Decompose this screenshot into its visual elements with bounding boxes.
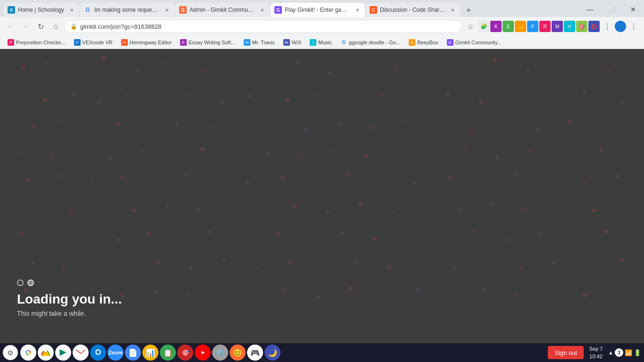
svg-line-0 xyxy=(0,49,2,51)
extension-icon-3[interactable]: E xyxy=(503,21,514,32)
bookmark-mrtravis[interactable]: M Mr. Travis xyxy=(240,37,279,48)
close-button[interactable]: ✕ xyxy=(622,2,644,17)
taskbar-right: Sign out Sep 7 10:42 ▲ 3 📶 🔋 xyxy=(548,345,641,361)
restore-button[interactable]: ⬜ xyxy=(601,2,622,17)
bookmark-preposition[interactable]: P Preposition Checke... xyxy=(4,37,69,48)
bm-label-google-doodle: ggoogle doodle - Go... xyxy=(349,40,400,45)
taskbar-red-app[interactable]: 🎯 xyxy=(177,345,193,361)
taskbar-chrome[interactable] xyxy=(20,345,36,361)
tab-admin-gimkit[interactable]: G Admin - Gimkit Community Cen ✕ xyxy=(175,3,270,17)
home-button[interactable]: ⌂ xyxy=(49,20,62,33)
taskbar-status-icons: ▲ 3 📶 🔋 xyxy=(608,348,641,357)
bookmark-music[interactable]: ♫ Music xyxy=(306,37,336,48)
bookmark-google-doodle[interactable]: G ggoogle doodle - Go... xyxy=(337,37,404,48)
tab-close-admin[interactable]: ✕ xyxy=(258,6,266,14)
taskbar-zoom[interactable]: Zoom xyxy=(107,345,124,361)
tab-favicon-admin: G xyxy=(179,6,187,14)
taskbar-time: 10:42 xyxy=(586,353,605,361)
svg-marker-4 xyxy=(0,49,2,51)
back-button[interactable]: ← xyxy=(4,20,17,33)
tab-making[interactable]: G Im making some request for pec ✕ xyxy=(80,3,174,17)
bookmark-wix[interactable]: W WIX xyxy=(280,37,305,48)
taskbar-character[interactable]: 😊 xyxy=(230,345,246,361)
extension-icon-9[interactable]: 🎯 xyxy=(576,21,587,32)
bm-favicon-hemingway: H xyxy=(121,39,128,46)
extension-icon-2[interactable]: K xyxy=(490,21,502,32)
menu-button[interactable]: ⋮ xyxy=(627,20,640,33)
taskbar-docs[interactable]: 📄 xyxy=(125,345,141,361)
taskbar-gimkit[interactable]: 🎮 xyxy=(247,345,263,361)
forward-button[interactable]: → xyxy=(19,20,32,33)
notification-count: 3 xyxy=(618,350,620,355)
toolbar: ← → ↻ ⌂ 🔒 gimkit.com/join?gc=91638828 ☆ … xyxy=(0,17,644,36)
extension-icon-1[interactable]: 🧩 xyxy=(478,21,489,32)
svg-marker-3 xyxy=(0,49,2,51)
tab-play-gimkit[interactable]: G Play Gimkit! - Enter game code... ✕ xyxy=(271,3,365,17)
bm-label-hemingway: Hemingway Editor xyxy=(130,40,172,45)
taskbar-play[interactable] xyxy=(55,345,71,361)
extension-icon-6[interactable]: R xyxy=(539,21,551,32)
bm-favicon-google-doodle: G xyxy=(340,39,347,46)
bm-favicon-preposition: P xyxy=(8,39,14,46)
tab-close-schoology[interactable]: ✕ xyxy=(68,6,75,14)
taskbar-drive[interactable] xyxy=(38,345,54,361)
tab-favicon-schoology: S xyxy=(8,6,15,14)
network-up-icon: ▲ xyxy=(608,350,613,355)
bookmark-hemingway[interactable]: H Hemingway Editor xyxy=(117,37,175,48)
account-avatar[interactable]: 👤 xyxy=(615,21,626,32)
window-controls: — ⬜ ✕ xyxy=(579,2,644,17)
tab-favicon-making: G xyxy=(84,6,91,14)
bookmarks-bar: P Preposition Checke... V VEXcode VR H H… xyxy=(0,36,644,49)
taskbar-settings[interactable]: ⚙️ xyxy=(212,345,228,361)
tab-close-making[interactable]: ✕ xyxy=(163,6,171,14)
svg-rect-7 xyxy=(76,349,85,356)
tab-close-discussion[interactable]: ✕ xyxy=(449,6,456,14)
wifi-icon: 📶 xyxy=(625,349,632,356)
bookmark-vexcode[interactable]: V VEXcode VR xyxy=(70,37,116,48)
extension-icon-4[interactable]: 🌙 xyxy=(515,21,526,32)
bookmark-icon[interactable]: ☆ xyxy=(464,20,477,33)
address-bar[interactable]: 🔒 gimkit.com/join?gc=91638828 xyxy=(64,20,462,33)
taskbar-sheets[interactable]: 📋 xyxy=(160,345,176,361)
bm-label-beepbox: BeepBox xyxy=(417,40,438,45)
taskbar-outlook[interactable]: O xyxy=(90,345,106,361)
extension-icon-7[interactable]: M xyxy=(552,21,563,32)
tab-favicon-discussion: G xyxy=(370,6,377,14)
taskbar-youtube[interactable] xyxy=(195,345,211,361)
bm-favicon-beepbox: B xyxy=(409,39,415,46)
reload-button[interactable]: ↻ xyxy=(34,20,47,33)
extensions-more-button[interactable]: ⋮ xyxy=(601,20,614,33)
bm-label-essay: Essay Writing Soft... xyxy=(189,40,235,45)
bookmark-beepbox[interactable]: B BeepBox xyxy=(405,37,442,48)
url-text: gimkit.com/join?gc=91638828 xyxy=(80,23,456,30)
loading-dots xyxy=(17,280,122,286)
tab-title-admin: Admin - Gimkit Community Cen xyxy=(190,7,256,13)
tab-discussion[interactable]: G Discussion - Code Sharing | Gim... ✕ xyxy=(366,3,460,17)
tab-title-discussion: Discussion - Code Sharing | Gim... xyxy=(380,7,446,13)
taskbar-gmail[interactable] xyxy=(73,345,89,361)
bookmark-essay[interactable]: E Essay Writing Soft... xyxy=(176,37,239,48)
bm-label-vexcode: VEXcode VR xyxy=(83,40,113,45)
extension-icon-10[interactable]: ⭕ xyxy=(588,21,600,32)
new-tab-button[interactable]: + xyxy=(462,4,475,17)
taskbar-slides[interactable]: 📊 xyxy=(142,345,158,361)
signout-button[interactable]: Sign out xyxy=(548,346,584,359)
minimize-button[interactable]: — xyxy=(579,2,601,17)
tab-close-play[interactable]: ✕ xyxy=(354,6,361,14)
bm-favicon-wix: W xyxy=(283,39,290,46)
taskbar-apps: O Zoom 📄 📊 📋 🎯 xyxy=(20,345,281,361)
dot-1 xyxy=(17,280,24,286)
taskbar-moon[interactable]: 🌙 xyxy=(264,345,281,361)
bookmark-gimkit-community[interactable]: G Gimkit Community... xyxy=(443,37,505,48)
tab-schoology[interactable]: S Home | Schoology ✕ xyxy=(4,3,79,17)
launcher-button[interactable]: ⊙ xyxy=(3,345,18,360)
bm-favicon-mrtravis: M xyxy=(244,39,250,46)
taskbar: ⊙ xyxy=(0,343,644,362)
notification-badge[interactable]: 3 xyxy=(615,348,623,357)
extension-icon-8[interactable]: H xyxy=(564,21,575,32)
browser-window: S Home | Schoology ✕ G Im making some re… xyxy=(0,0,644,362)
tab-bar: S Home | Schoology ✕ G Im making some re… xyxy=(0,0,644,17)
toolbar-right: ☆ 🧩 K E 🌙 P R M H 🎯 ⭕ ⋮ 👤 ⋮ xyxy=(464,20,640,33)
bm-favicon-gimkit-community: G xyxy=(447,39,454,46)
extension-icon-5[interactable]: P xyxy=(527,21,538,32)
